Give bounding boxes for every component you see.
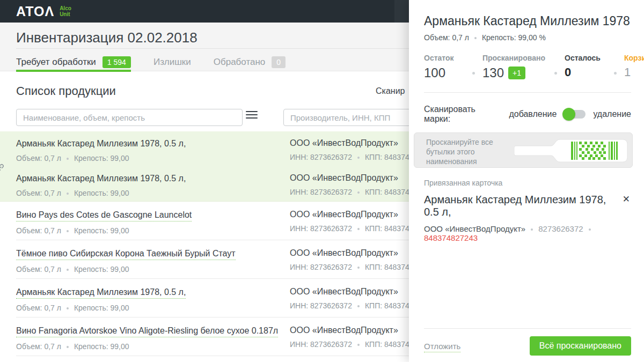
divider — [424, 92, 631, 93]
switch-knob[interactable] — [562, 108, 575, 121]
count-badge: 0 — [272, 56, 286, 68]
tab-requires-processing[interactable]: Требует обработки 1 594 — [16, 53, 131, 71]
separator-dot — [67, 307, 69, 309]
separator-dot — [357, 305, 360, 307]
separator-dot — [531, 228, 533, 231]
postpone-link[interactable]: Отложить — [424, 342, 460, 352]
atol-logo: ATOΛ Alco Unit — [16, 3, 71, 19]
search-manufacturer-input[interactable] — [283, 109, 423, 126]
linked-card-label: Привязанная карточка — [424, 179, 631, 187]
menu-button-partial[interactable] — [394, 0, 409, 23]
separator-dot — [67, 158, 69, 160]
scan-detail-panel: Арманьяк Кастаред Миллезим 1978 Объем: 0… — [409, 0, 644, 362]
scan-mode-toggle-row: Сканировать марки: добавление удаление — [424, 105, 631, 124]
app-root: ATOΛ Alco Unit Инвентаризация 02.02.2018… — [0, 0, 644, 362]
scan-stats: Остаток 100 Просканировано 130 +1 Остало… — [424, 54, 631, 80]
product-name[interactable]: Арманьяк Кастаред Миллезим 1978, 0.5 л, — [16, 173, 186, 184]
barcode-scan-box[interactable]: Просканируйте все бутылки этого наименов… — [414, 132, 633, 168]
separator-dot — [67, 230, 69, 232]
product-name[interactable]: Арманьяк Кастаред Миллезим 1978, 0.5 л, — [16, 138, 186, 149]
separator-dot — [67, 346, 69, 348]
separator-dot — [614, 72, 617, 75]
linked-card-name: Арманьяк Кастаред Миллезим 1978, 0.5 л, — [424, 194, 606, 218]
separator-dot — [357, 191, 360, 194]
toggle-option-remove[interactable]: удаление — [593, 109, 631, 119]
stat-remainder: Остаток 100 — [424, 54, 465, 80]
kpp-value-red: 848374827243 — [424, 233, 478, 242]
product-detail-title: Арманьяк Кастаред Миллезим 1978 — [424, 0, 631, 28]
separator-dot — [554, 72, 557, 75]
toggle-label: Сканировать марки: — [424, 105, 503, 124]
linked-card: Арманьяк Кастаред Миллезим 1978, 0.5 л, … — [424, 194, 631, 242]
product-name-link[interactable]: Арманьяк Кастаред Миллезим 1978, 0.5 л, — [16, 287, 186, 299]
separator-dot — [357, 344, 360, 346]
scan-mode-switch[interactable] — [564, 110, 586, 119]
product-name-link[interactable]: Вино Fanagoria Avtorskoe Vino Aligote-Ri… — [16, 326, 278, 337]
panel-footer: Отложить Всё просканировано — [424, 328, 631, 362]
stat-scanned: Просканировано 130 +1 — [482, 54, 547, 80]
separator-dot — [357, 228, 360, 230]
stat-basket: Корзина 1 — [624, 54, 644, 79]
product-detail-meta: Объем: 0,7 лКрепость: 99,00 % — [424, 33, 631, 42]
separator-dot — [357, 267, 360, 269]
top-bar: ATOΛ Alco Unit — [0, 0, 409, 23]
separator-dot — [589, 228, 591, 231]
scan-hint-clipped: Сканир — [376, 86, 405, 96]
stat-left: Осталось 0 — [565, 54, 606, 79]
list-heading: Список продукции — [16, 84, 116, 98]
logo-product-name: Alco Unit — [60, 5, 71, 17]
separator-dot — [67, 269, 69, 271]
logo-wordmark: ATOΛ — [16, 3, 54, 19]
count-badge: 1 594 — [103, 56, 131, 68]
filter-menu-icon[interactable] — [246, 111, 258, 123]
plus-one-badge: +1 — [508, 67, 525, 79]
close-icon[interactable]: ✕ — [623, 195, 630, 204]
separator-dot — [67, 193, 69, 195]
product-name-link[interactable]: Вино Pays des Cotes de Gascogne Launcelo… — [16, 210, 192, 221]
tab-bar: Требует обработки 1 594 Излишки Обработа… — [16, 53, 308, 71]
separator-dot — [357, 157, 360, 159]
link-icon — [0, 162, 5, 173]
toggle-option-add[interactable]: добавление — [509, 109, 557, 119]
linked-card-meta: ООО «ИнвестВодПродукт»827362637284837482… — [424, 224, 615, 242]
search-name-input[interactable] — [16, 109, 243, 126]
separator-dot — [472, 72, 475, 75]
bottle-barcode-icon — [514, 135, 629, 168]
all-scanned-button[interactable]: Всё просканировано — [530, 336, 631, 356]
separator-dot — [474, 37, 477, 39]
product-name-link[interactable]: Тёмное пиво Сибирская Корона Таежный Бур… — [16, 248, 236, 260]
scan-instruction: Просканируйте все бутылки этого наименов… — [426, 137, 512, 166]
tab-processed[interactable]: Обработано 0 — [214, 53, 286, 71]
tab-surplus[interactable]: Излишки — [153, 53, 191, 71]
